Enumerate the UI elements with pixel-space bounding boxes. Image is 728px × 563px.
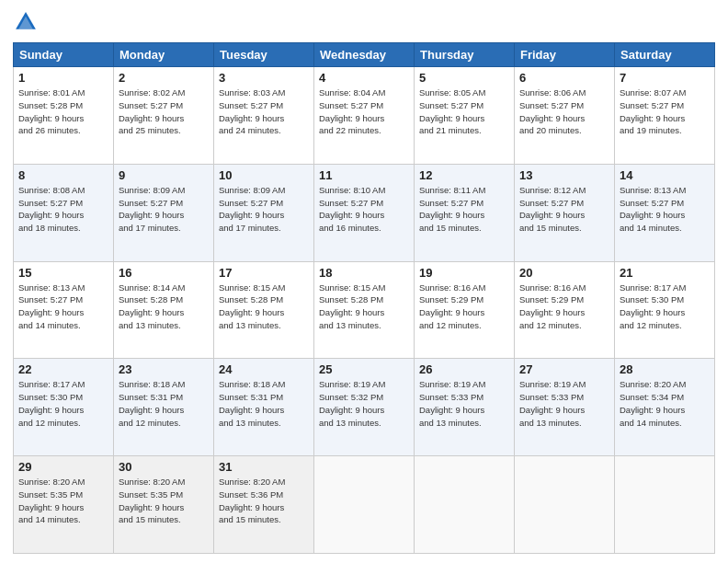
day-info: Sunrise: 8:09 AM Sunset: 5:27 PM Dayligh… <box>219 184 309 235</box>
day-number: 1 <box>18 71 108 85</box>
week-row-1: 1Sunrise: 8:01 AM Sunset: 5:28 PM Daylig… <box>14 67 715 165</box>
day-number: 24 <box>219 362 309 376</box>
day-info: Sunrise: 8:15 AM Sunset: 5:28 PM Dayligh… <box>219 282 309 332</box>
day-info: Sunrise: 8:16 AM Sunset: 5:29 PM Dayligh… <box>519 282 609 332</box>
day-number: 15 <box>18 266 108 280</box>
day-number: 30 <box>119 460 209 474</box>
day-number: 28 <box>620 362 710 376</box>
day-number: 25 <box>319 362 409 376</box>
day-cell: 10Sunrise: 8:09 AM Sunset: 5:27 PM Dayli… <box>214 164 314 261</box>
day-cell: 30Sunrise: 8:20 AM Sunset: 5:35 PM Dayli… <box>114 456 214 554</box>
day-number: 27 <box>519 362 609 376</box>
day-info: Sunrise: 8:09 AM Sunset: 5:27 PM Dayligh… <box>119 184 209 235</box>
day-info: Sunrise: 8:20 AM Sunset: 5:34 PM Dayligh… <box>620 378 710 429</box>
day-number: 6 <box>519 71 609 85</box>
day-number: 4 <box>319 71 409 85</box>
day-cell: 22Sunrise: 8:17 AM Sunset: 5:30 PM Dayli… <box>14 359 114 456</box>
day-info: Sunrise: 8:13 AM Sunset: 5:27 PM Dayligh… <box>620 184 710 235</box>
day-cell: 2Sunrise: 8:02 AM Sunset: 5:27 PM Daylig… <box>114 67 214 165</box>
day-cell: 28Sunrise: 8:20 AM Sunset: 5:34 PM Dayli… <box>615 359 715 456</box>
day-cell <box>515 456 615 554</box>
page: SundayMondayTuesdayWednesdayThursdayFrid… <box>0 0 728 563</box>
day-number: 29 <box>18 460 108 474</box>
day-info: Sunrise: 8:17 AM Sunset: 5:30 PM Dayligh… <box>620 282 710 332</box>
day-number: 16 <box>119 266 209 280</box>
day-number: 14 <box>620 168 710 182</box>
day-cell: 27Sunrise: 8:19 AM Sunset: 5:33 PM Dayli… <box>515 359 615 456</box>
day-cell: 19Sunrise: 8:16 AM Sunset: 5:29 PM Dayli… <box>415 261 515 359</box>
day-info: Sunrise: 8:16 AM Sunset: 5:29 PM Dayligh… <box>419 282 509 332</box>
day-cell: 24Sunrise: 8:18 AM Sunset: 5:31 PM Dayli… <box>214 359 314 456</box>
day-cell: 17Sunrise: 8:15 AM Sunset: 5:28 PM Dayli… <box>214 261 314 359</box>
day-number: 20 <box>519 266 609 280</box>
day-cell: 18Sunrise: 8:15 AM Sunset: 5:28 PM Dayli… <box>314 261 415 359</box>
day-number: 3 <box>219 71 309 85</box>
calendar: SundayMondayTuesdayWednesdayThursdayFrid… <box>13 42 715 554</box>
header <box>13 9 715 35</box>
day-info: Sunrise: 8:19 AM Sunset: 5:33 PM Dayligh… <box>519 378 609 429</box>
week-row-2: 8Sunrise: 8:08 AM Sunset: 5:27 PM Daylig… <box>14 164 715 261</box>
day-info: Sunrise: 8:07 AM Sunset: 5:27 PM Dayligh… <box>620 86 710 137</box>
day-info: Sunrise: 8:15 AM Sunset: 5:28 PM Dayligh… <box>319 282 409 332</box>
day-cell: 16Sunrise: 8:14 AM Sunset: 5:28 PM Dayli… <box>114 261 214 359</box>
week-row-4: 22Sunrise: 8:17 AM Sunset: 5:30 PM Dayli… <box>14 359 715 456</box>
day-info: Sunrise: 8:18 AM Sunset: 5:31 PM Dayligh… <box>119 378 209 429</box>
day-cell: 3Sunrise: 8:03 AM Sunset: 5:27 PM Daylig… <box>214 67 314 165</box>
day-cell: 4Sunrise: 8:04 AM Sunset: 5:27 PM Daylig… <box>314 67 415 165</box>
day-info: Sunrise: 8:20 AM Sunset: 5:35 PM Dayligh… <box>18 476 108 526</box>
calendar-header-row: SundayMondayTuesdayWednesdayThursdayFrid… <box>14 43 715 67</box>
day-info: Sunrise: 8:17 AM Sunset: 5:30 PM Dayligh… <box>18 378 108 429</box>
day-number: 19 <box>419 266 509 280</box>
day-number: 5 <box>419 71 509 85</box>
col-header-wednesday: Wednesday <box>314 43 415 67</box>
col-header-thursday: Thursday <box>415 43 515 67</box>
day-number: 12 <box>419 168 509 182</box>
day-cell: 1Sunrise: 8:01 AM Sunset: 5:28 PM Daylig… <box>14 67 114 165</box>
day-cell: 5Sunrise: 8:05 AM Sunset: 5:27 PM Daylig… <box>415 67 515 165</box>
day-cell: 23Sunrise: 8:18 AM Sunset: 5:31 PM Dayli… <box>114 359 214 456</box>
day-info: Sunrise: 8:18 AM Sunset: 5:31 PM Dayligh… <box>219 378 309 429</box>
day-cell: 25Sunrise: 8:19 AM Sunset: 5:32 PM Dayli… <box>314 359 415 456</box>
day-number: 31 <box>219 460 309 474</box>
day-info: Sunrise: 8:20 AM Sunset: 5:35 PM Dayligh… <box>119 476 209 526</box>
day-number: 17 <box>219 266 309 280</box>
day-info: Sunrise: 8:01 AM Sunset: 5:28 PM Dayligh… <box>18 86 108 137</box>
day-cell: 14Sunrise: 8:13 AM Sunset: 5:27 PM Dayli… <box>615 164 715 261</box>
day-cell: 20Sunrise: 8:16 AM Sunset: 5:29 PM Dayli… <box>515 261 615 359</box>
day-number: 22 <box>18 362 108 376</box>
day-number: 13 <box>519 168 609 182</box>
day-number: 8 <box>18 168 108 182</box>
week-row-3: 15Sunrise: 8:13 AM Sunset: 5:27 PM Dayli… <box>14 261 715 359</box>
day-info: Sunrise: 8:11 AM Sunset: 5:27 PM Dayligh… <box>419 184 509 235</box>
day-cell: 6Sunrise: 8:06 AM Sunset: 5:27 PM Daylig… <box>515 67 615 165</box>
day-number: 9 <box>119 168 209 182</box>
day-number: 23 <box>119 362 209 376</box>
day-number: 21 <box>620 266 710 280</box>
col-header-monday: Monday <box>114 43 214 67</box>
day-cell: 29Sunrise: 8:20 AM Sunset: 5:35 PM Dayli… <box>14 456 114 554</box>
day-cell <box>415 456 515 554</box>
day-info: Sunrise: 8:03 AM Sunset: 5:27 PM Dayligh… <box>219 86 309 137</box>
day-number: 2 <box>119 71 209 85</box>
day-cell: 8Sunrise: 8:08 AM Sunset: 5:27 PM Daylig… <box>14 164 114 261</box>
col-header-friday: Friday <box>515 43 615 67</box>
day-cell: 26Sunrise: 8:19 AM Sunset: 5:33 PM Dayli… <box>415 359 515 456</box>
week-row-5: 29Sunrise: 8:20 AM Sunset: 5:35 PM Dayli… <box>14 456 715 554</box>
day-info: Sunrise: 8:02 AM Sunset: 5:27 PM Dayligh… <box>119 86 209 137</box>
day-cell: 15Sunrise: 8:13 AM Sunset: 5:27 PM Dayli… <box>14 261 114 359</box>
col-header-tuesday: Tuesday <box>214 43 314 67</box>
day-number: 26 <box>419 362 509 376</box>
day-info: Sunrise: 8:20 AM Sunset: 5:36 PM Dayligh… <box>219 476 309 526</box>
logo <box>13 9 42 35</box>
day-cell: 7Sunrise: 8:07 AM Sunset: 5:27 PM Daylig… <box>615 67 715 165</box>
logo-icon <box>13 9 39 35</box>
day-info: Sunrise: 8:13 AM Sunset: 5:27 PM Dayligh… <box>18 282 108 332</box>
day-cell: 12Sunrise: 8:11 AM Sunset: 5:27 PM Dayli… <box>415 164 515 261</box>
day-number: 7 <box>620 71 710 85</box>
day-info: Sunrise: 8:05 AM Sunset: 5:27 PM Dayligh… <box>419 86 509 137</box>
col-header-sunday: Sunday <box>14 43 114 67</box>
day-cell: 13Sunrise: 8:12 AM Sunset: 5:27 PM Dayli… <box>515 164 615 261</box>
day-info: Sunrise: 8:08 AM Sunset: 5:27 PM Dayligh… <box>18 184 108 235</box>
day-cell: 11Sunrise: 8:10 AM Sunset: 5:27 PM Dayli… <box>314 164 415 261</box>
day-info: Sunrise: 8:19 AM Sunset: 5:32 PM Dayligh… <box>319 378 409 429</box>
